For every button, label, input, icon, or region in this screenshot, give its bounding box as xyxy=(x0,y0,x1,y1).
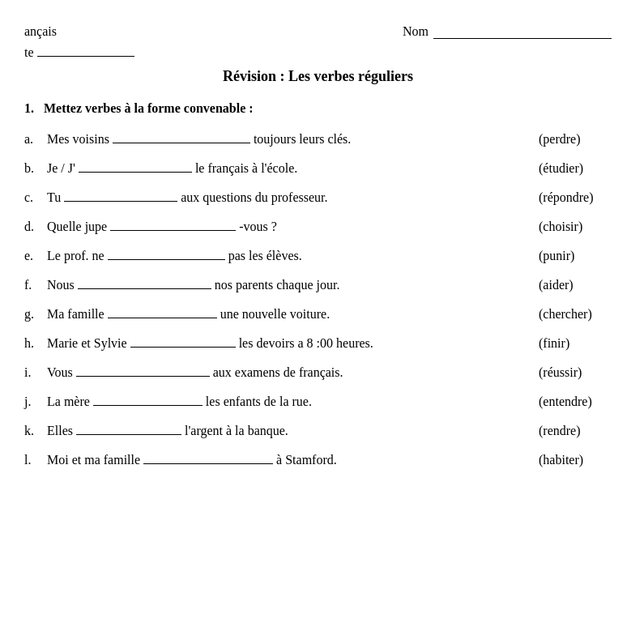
item-after-text: -vous ? xyxy=(239,220,277,234)
item-before-text: Elles xyxy=(47,424,73,438)
item-letter: g. xyxy=(24,307,42,322)
answer-blank[interactable] xyxy=(113,129,250,143)
exercise-item: g.Ma familleune nouvelle voiture.(cherch… xyxy=(24,304,612,322)
item-after-text: à Stamford. xyxy=(276,453,337,467)
item-before-text: Mes voisins xyxy=(47,132,109,147)
exercise-item: k.Ellesl'argent à la banque.(rendre) xyxy=(24,420,612,438)
item-letter: a. xyxy=(24,132,42,147)
item-after-text: pas les élèves. xyxy=(228,249,302,263)
answer-blank[interactable] xyxy=(108,304,217,318)
item-letter: c. xyxy=(24,190,42,205)
exercise-item: d.Quelle jupe-vous ?(choisir) xyxy=(24,216,612,234)
item-after-text: aux questions du professeur. xyxy=(181,190,327,205)
item-letter: h. xyxy=(24,336,42,351)
answer-blank[interactable] xyxy=(110,216,236,231)
item-letter: d. xyxy=(24,220,42,234)
item-content: Ellesl'argent à la banque.(rendre) xyxy=(47,420,612,438)
exercise-item: h.Marie et Sylvieles devoirs a 8 :00 heu… xyxy=(24,333,612,351)
item-letter: l. xyxy=(24,453,42,467)
item-after-text: toujours leurs clés. xyxy=(254,132,351,147)
verb-hint: (habiter) xyxy=(522,453,612,467)
item-after-text: le français à l'école. xyxy=(195,161,297,176)
verb-hint: (perdre) xyxy=(522,132,612,147)
item-content: Quelle jupe-vous ?(choisir) xyxy=(47,216,612,234)
header-right: Nom xyxy=(403,24,612,39)
item-letter: j. xyxy=(24,395,42,409)
verb-hint: (finir) xyxy=(522,336,612,351)
answer-blank[interactable] xyxy=(78,275,211,289)
exercise-item: c.Tuaux questions du professeur.(répondr… xyxy=(24,187,612,205)
item-before-text: Le prof. ne xyxy=(47,249,104,263)
verb-hint: (punir) xyxy=(522,249,612,263)
nom-line: Nom xyxy=(403,24,612,39)
item-content: Ma familleune nouvelle voiture.(chercher… xyxy=(47,304,612,322)
answer-blank[interactable] xyxy=(130,333,236,348)
item-content: La mèreles enfants de la rue.(entendre) xyxy=(47,391,612,409)
item-content: Je / J'le français à l'école.(étudier) xyxy=(47,158,612,176)
item-content: Marie et Sylvieles devoirs a 8 :00 heure… xyxy=(47,333,612,351)
item-letter: i. xyxy=(24,365,42,380)
item-before-text: Je / J' xyxy=(47,161,75,176)
item-before-text: Vous xyxy=(47,365,73,380)
section-instruction: Mettez verbes à la forme convenable : xyxy=(44,101,254,115)
nom-label: Nom xyxy=(403,24,429,39)
item-after-text: nos parents chaque jour. xyxy=(215,278,340,292)
date-field[interactable] xyxy=(37,42,134,57)
exercise-item: j.La mèreles enfants de la rue.(entendre… xyxy=(24,391,612,409)
item-after-text: les enfants de la rue. xyxy=(206,395,312,409)
answer-blank[interactable] xyxy=(79,158,192,173)
verb-hint: (réussir) xyxy=(522,365,612,380)
verb-hint: (choisir) xyxy=(522,220,612,234)
page-title: Révision : Les verbes réguliers xyxy=(24,68,612,85)
item-before-text: Tu xyxy=(47,190,61,205)
item-after-text: l'argent à la banque. xyxy=(185,424,288,438)
verb-hint: (étudier) xyxy=(522,161,612,176)
answer-blank[interactable] xyxy=(143,450,273,464)
item-content: Moi et ma familleà Stamford.(habiter) xyxy=(47,450,612,467)
section-number: 1. xyxy=(24,101,34,115)
answer-blank[interactable] xyxy=(93,391,203,406)
item-before-text: Nous xyxy=(47,278,75,292)
answer-blank[interactable] xyxy=(64,187,177,202)
nom-field[interactable] xyxy=(433,24,612,39)
item-after-text: aux examens de français. xyxy=(213,365,343,380)
exercise-item: e.Le prof. nepas les élèves.(punir) xyxy=(24,245,612,263)
item-letter: f. xyxy=(24,278,42,292)
verb-hint: (répondre) xyxy=(522,190,612,205)
item-content: Le prof. nepas les élèves.(punir) xyxy=(47,245,612,263)
answer-blank[interactable] xyxy=(108,245,225,260)
item-content: Tuaux questions du professeur.(répondre) xyxy=(47,187,612,205)
answer-blank[interactable] xyxy=(76,420,181,435)
verb-hint: (chercher) xyxy=(522,307,612,322)
item-before-text: Ma famille xyxy=(47,307,104,322)
header: ançais te Nom xyxy=(24,24,612,60)
exercise-item: b.Je / J'le français à l'école.(étudier) xyxy=(24,158,612,176)
subject-label: ançais xyxy=(24,24,134,39)
item-before-text: Marie et Sylvie xyxy=(47,336,127,351)
item-before-text: Moi et ma famille xyxy=(47,453,140,467)
item-after-text: une nouvelle voiture. xyxy=(220,307,331,322)
exercise-list: a.Mes voisinstoujours leurs clés.(perdre… xyxy=(24,129,612,467)
verb-hint: (rendre) xyxy=(522,424,612,438)
item-after-text: les devoirs a 8 :00 heures. xyxy=(239,336,373,351)
exercise-item: f.Nousnos parents chaque jour.(aider) xyxy=(24,275,612,292)
page-container: ançais te Nom Révision : Les verbes régu… xyxy=(24,24,612,467)
item-letter: b. xyxy=(24,161,42,176)
item-content: Mes voisinstoujours leurs clés.(perdre) xyxy=(47,129,612,147)
item-content: Vousaux examens de français.(réussir) xyxy=(47,362,612,380)
section-1: 1. Mettez verbes à la forme convenable :… xyxy=(24,101,612,467)
verb-hint: (aider) xyxy=(522,278,612,292)
exercise-item: a.Mes voisinstoujours leurs clés.(perdre… xyxy=(24,129,612,147)
item-before-text: Quelle jupe xyxy=(47,220,107,234)
date-label: te xyxy=(24,42,134,60)
item-letter: e. xyxy=(24,249,42,263)
section-title: 1. Mettez verbes à la forme convenable : xyxy=(24,101,612,116)
item-content: Nousnos parents chaque jour.(aider) xyxy=(47,275,612,292)
header-left: ançais te xyxy=(24,24,134,60)
exercise-item: i.Vousaux examens de français.(réussir) xyxy=(24,362,612,380)
verb-hint: (entendre) xyxy=(522,395,612,409)
item-letter: k. xyxy=(24,424,42,438)
exercise-item: l.Moi et ma familleà Stamford.(habiter) xyxy=(24,450,612,467)
item-before-text: La mère xyxy=(47,395,90,409)
answer-blank[interactable] xyxy=(76,362,210,377)
